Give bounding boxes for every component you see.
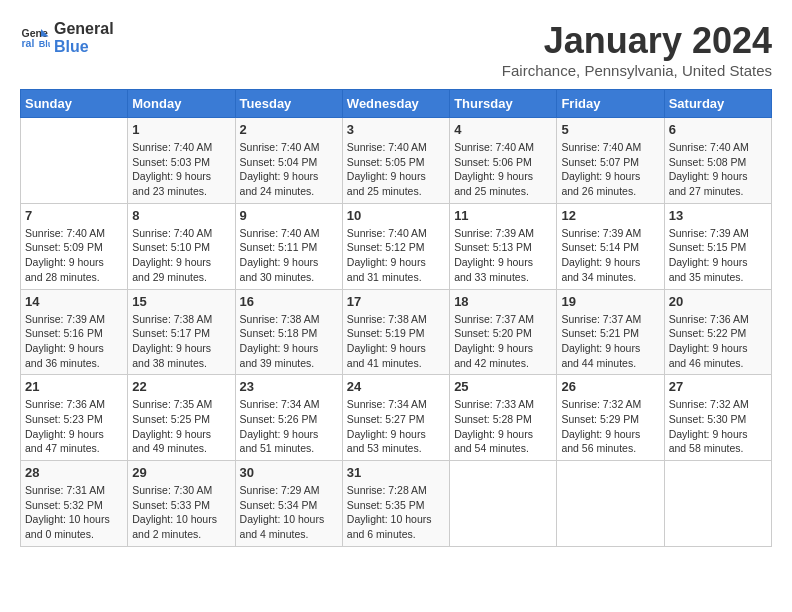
- day-number: 28: [25, 465, 123, 480]
- day-number: 20: [669, 294, 767, 309]
- calendar-cell: [557, 461, 664, 547]
- day-info: Sunrise: 7:32 AMSunset: 5:29 PMDaylight:…: [561, 397, 659, 456]
- day-info: Sunrise: 7:36 AMSunset: 5:22 PMDaylight:…: [669, 312, 767, 371]
- calendar-cell: 7Sunrise: 7:40 AMSunset: 5:09 PMDaylight…: [21, 203, 128, 289]
- day-number: 5: [561, 122, 659, 137]
- day-number: 18: [454, 294, 552, 309]
- svg-text:ral: ral: [22, 37, 35, 49]
- calendar-cell: 25Sunrise: 7:33 AMSunset: 5:28 PMDayligh…: [450, 375, 557, 461]
- day-info: Sunrise: 7:29 AMSunset: 5:34 PMDaylight:…: [240, 483, 338, 542]
- day-info: Sunrise: 7:39 AMSunset: 5:16 PMDaylight:…: [25, 312, 123, 371]
- day-number: 30: [240, 465, 338, 480]
- day-number: 19: [561, 294, 659, 309]
- day-info: Sunrise: 7:30 AMSunset: 5:33 PMDaylight:…: [132, 483, 230, 542]
- day-number: 14: [25, 294, 123, 309]
- day-info: Sunrise: 7:40 AMSunset: 5:12 PMDaylight:…: [347, 226, 445, 285]
- calendar-cell: 27Sunrise: 7:32 AMSunset: 5:30 PMDayligh…: [664, 375, 771, 461]
- calendar-cell: 5Sunrise: 7:40 AMSunset: 5:07 PMDaylight…: [557, 118, 664, 204]
- day-info: Sunrise: 7:38 AMSunset: 5:17 PMDaylight:…: [132, 312, 230, 371]
- calendar-cell: 15Sunrise: 7:38 AMSunset: 5:17 PMDayligh…: [128, 289, 235, 375]
- day-info: Sunrise: 7:40 AMSunset: 5:04 PMDaylight:…: [240, 140, 338, 199]
- title-area: January 2024 Fairchance, Pennsylvania, U…: [502, 20, 772, 79]
- calendar-cell: 8Sunrise: 7:40 AMSunset: 5:10 PMDaylight…: [128, 203, 235, 289]
- day-number: 6: [669, 122, 767, 137]
- day-number: 10: [347, 208, 445, 223]
- day-info: Sunrise: 7:40 AMSunset: 5:07 PMDaylight:…: [561, 140, 659, 199]
- day-info: Sunrise: 7:34 AMSunset: 5:27 PMDaylight:…: [347, 397, 445, 456]
- day-number: 29: [132, 465, 230, 480]
- logo-line1: General: [54, 20, 114, 38]
- logo: Gene ral Blue General Blue: [20, 20, 114, 55]
- day-number: 7: [25, 208, 123, 223]
- calendar-cell: 29Sunrise: 7:30 AMSunset: 5:33 PMDayligh…: [128, 461, 235, 547]
- day-number: 13: [669, 208, 767, 223]
- day-number: 3: [347, 122, 445, 137]
- location-title: Fairchance, Pennsylvania, United States: [502, 62, 772, 79]
- calendar-cell: 2Sunrise: 7:40 AMSunset: 5:04 PMDaylight…: [235, 118, 342, 204]
- day-info: Sunrise: 7:40 AMSunset: 5:09 PMDaylight:…: [25, 226, 123, 285]
- week-row-1: 7Sunrise: 7:40 AMSunset: 5:09 PMDaylight…: [21, 203, 772, 289]
- calendar-cell: 23Sunrise: 7:34 AMSunset: 5:26 PMDayligh…: [235, 375, 342, 461]
- page-header: Gene ral Blue General Blue January 2024 …: [20, 20, 772, 79]
- day-info: Sunrise: 7:40 AMSunset: 5:03 PMDaylight:…: [132, 140, 230, 199]
- calendar-cell: 17Sunrise: 7:38 AMSunset: 5:19 PMDayligh…: [342, 289, 449, 375]
- calendar-cell: 24Sunrise: 7:34 AMSunset: 5:27 PMDayligh…: [342, 375, 449, 461]
- day-info: Sunrise: 7:39 AMSunset: 5:15 PMDaylight:…: [669, 226, 767, 285]
- calendar-cell: [450, 461, 557, 547]
- day-number: 1: [132, 122, 230, 137]
- calendar-cell: 30Sunrise: 7:29 AMSunset: 5:34 PMDayligh…: [235, 461, 342, 547]
- day-info: Sunrise: 7:35 AMSunset: 5:25 PMDaylight:…: [132, 397, 230, 456]
- calendar-cell: 12Sunrise: 7:39 AMSunset: 5:14 PMDayligh…: [557, 203, 664, 289]
- calendar-cell: 10Sunrise: 7:40 AMSunset: 5:12 PMDayligh…: [342, 203, 449, 289]
- day-info: Sunrise: 7:33 AMSunset: 5:28 PMDaylight:…: [454, 397, 552, 456]
- day-number: 21: [25, 379, 123, 394]
- calendar-cell: 1Sunrise: 7:40 AMSunset: 5:03 PMDaylight…: [128, 118, 235, 204]
- calendar-cell: 9Sunrise: 7:40 AMSunset: 5:11 PMDaylight…: [235, 203, 342, 289]
- day-info: Sunrise: 7:38 AMSunset: 5:18 PMDaylight:…: [240, 312, 338, 371]
- day-info: Sunrise: 7:36 AMSunset: 5:23 PMDaylight:…: [25, 397, 123, 456]
- day-number: 24: [347, 379, 445, 394]
- day-info: Sunrise: 7:40 AMSunset: 5:06 PMDaylight:…: [454, 140, 552, 199]
- day-info: Sunrise: 7:40 AMSunset: 5:08 PMDaylight:…: [669, 140, 767, 199]
- day-info: Sunrise: 7:39 AMSunset: 5:14 PMDaylight:…: [561, 226, 659, 285]
- header-day-sunday: Sunday: [21, 90, 128, 118]
- day-number: 12: [561, 208, 659, 223]
- calendar-cell: 6Sunrise: 7:40 AMSunset: 5:08 PMDaylight…: [664, 118, 771, 204]
- header-day-monday: Monday: [128, 90, 235, 118]
- header-day-wednesday: Wednesday: [342, 90, 449, 118]
- calendar-cell: 31Sunrise: 7:28 AMSunset: 5:35 PMDayligh…: [342, 461, 449, 547]
- calendar-table: SundayMondayTuesdayWednesdayThursdayFrid…: [20, 89, 772, 547]
- week-row-4: 28Sunrise: 7:31 AMSunset: 5:32 PMDayligh…: [21, 461, 772, 547]
- day-number: 26: [561, 379, 659, 394]
- day-info: Sunrise: 7:38 AMSunset: 5:19 PMDaylight:…: [347, 312, 445, 371]
- day-number: 27: [669, 379, 767, 394]
- calendar-cell: 20Sunrise: 7:36 AMSunset: 5:22 PMDayligh…: [664, 289, 771, 375]
- day-number: 2: [240, 122, 338, 137]
- day-info: Sunrise: 7:40 AMSunset: 5:05 PMDaylight:…: [347, 140, 445, 199]
- calendar-cell: 3Sunrise: 7:40 AMSunset: 5:05 PMDaylight…: [342, 118, 449, 204]
- calendar-cell: 21Sunrise: 7:36 AMSunset: 5:23 PMDayligh…: [21, 375, 128, 461]
- svg-text:Blue: Blue: [39, 39, 50, 49]
- month-title: January 2024: [502, 20, 772, 62]
- calendar-cell: [664, 461, 771, 547]
- day-number: 31: [347, 465, 445, 480]
- day-number: 17: [347, 294, 445, 309]
- day-info: Sunrise: 7:39 AMSunset: 5:13 PMDaylight:…: [454, 226, 552, 285]
- day-number: 23: [240, 379, 338, 394]
- week-row-0: 1Sunrise: 7:40 AMSunset: 5:03 PMDaylight…: [21, 118, 772, 204]
- calendar-cell: 13Sunrise: 7:39 AMSunset: 5:15 PMDayligh…: [664, 203, 771, 289]
- header-day-friday: Friday: [557, 90, 664, 118]
- day-info: Sunrise: 7:32 AMSunset: 5:30 PMDaylight:…: [669, 397, 767, 456]
- day-info: Sunrise: 7:40 AMSunset: 5:11 PMDaylight:…: [240, 226, 338, 285]
- calendar-cell: 16Sunrise: 7:38 AMSunset: 5:18 PMDayligh…: [235, 289, 342, 375]
- calendar-cell: 28Sunrise: 7:31 AMSunset: 5:32 PMDayligh…: [21, 461, 128, 547]
- logo-line2: Blue: [54, 38, 114, 56]
- day-number: 22: [132, 379, 230, 394]
- calendar-cell: 26Sunrise: 7:32 AMSunset: 5:29 PMDayligh…: [557, 375, 664, 461]
- header-day-tuesday: Tuesday: [235, 90, 342, 118]
- day-info: Sunrise: 7:37 AMSunset: 5:20 PMDaylight:…: [454, 312, 552, 371]
- day-info: Sunrise: 7:31 AMSunset: 5:32 PMDaylight:…: [25, 483, 123, 542]
- calendar-cell: 22Sunrise: 7:35 AMSunset: 5:25 PMDayligh…: [128, 375, 235, 461]
- day-number: 9: [240, 208, 338, 223]
- day-number: 4: [454, 122, 552, 137]
